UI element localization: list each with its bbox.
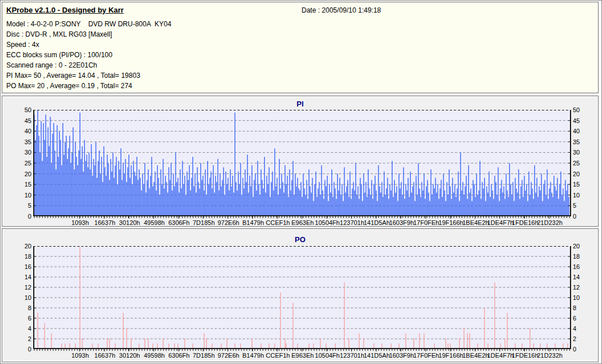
x-axis-tick-label: CCEF1h bbox=[266, 219, 290, 226]
x-axis-tick-label: 1FDE16h bbox=[512, 352, 538, 359]
y-axis-tick-label: 6 bbox=[28, 315, 31, 322]
po-y-axis-right: 02468101214161820 bbox=[571, 246, 598, 349]
po-y-axis-left: 02468101214161820 bbox=[2, 246, 33, 349]
y-axis-tick-label: 8 bbox=[28, 304, 31, 311]
y-axis-tick-label: 0 bbox=[573, 213, 576, 220]
y-axis-tick-label: 5 bbox=[573, 202, 576, 209]
y-axis-tick-label: 0 bbox=[28, 213, 31, 220]
y-axis-tick-label: 30 bbox=[573, 149, 580, 156]
x-axis-tick-label: 49598h bbox=[144, 219, 165, 226]
x-axis-tick-label: B1479h bbox=[242, 352, 264, 359]
y-axis-tick-label: 45 bbox=[573, 117, 580, 124]
x-axis-tick-label: 972E6h bbox=[217, 352, 239, 359]
y-axis-tick-label: 15 bbox=[25, 181, 31, 188]
app-title: KProbe v2.1.0 - Designed by Karr bbox=[6, 6, 124, 14]
y-axis-tick-label: 25 bbox=[573, 160, 580, 167]
x-axis-tick-label: E963Eh bbox=[291, 352, 314, 359]
pi-x-axis-labels: 1093h16637h30120h49598h6306Fh7D185h972E6… bbox=[34, 219, 572, 227]
info-line: Disc : DVD-R , MXL RG03 [Maxell] bbox=[6, 29, 171, 39]
x-axis-tick-label: 10504Fh bbox=[315, 352, 339, 359]
x-axis-tick-label: 17F0FEh bbox=[413, 352, 439, 359]
y-axis-tick-label: 4 bbox=[573, 325, 576, 332]
x-axis-tick-label: CCEF1h bbox=[266, 352, 290, 359]
y-axis-tick-label: 14 bbox=[25, 274, 31, 280]
y-axis-tick-label: 0 bbox=[573, 346, 576, 353]
info-line: Model : 4-0-2-0 P:SONY DVD RW DRU-800A K… bbox=[6, 19, 171, 29]
y-axis-tick-label: 35 bbox=[573, 139, 580, 145]
x-axis-tick-label: 1603F9h bbox=[389, 219, 414, 226]
y-axis-tick-label: 40 bbox=[25, 128, 31, 134]
y-axis-tick-label: 40 bbox=[573, 128, 580, 134]
y-axis-tick-label: 20 bbox=[573, 171, 580, 177]
x-axis-tick-label: B1479h bbox=[242, 219, 264, 226]
x-axis-tick-label: 21D232h bbox=[537, 352, 563, 359]
x-axis-tick-label: 21D232h bbox=[537, 219, 563, 226]
pi-y-axis-left: 05101520253035404550 bbox=[2, 110, 33, 216]
x-axis-tick-label: 1DE4F7h bbox=[487, 352, 513, 359]
y-axis-tick-label: 18 bbox=[25, 253, 31, 260]
x-axis-tick-label: 1DE4F7h bbox=[487, 219, 513, 226]
x-axis-tick-label: 1BE4E2h bbox=[462, 219, 489, 226]
pi-y-axis-right: 05101520253035404550 bbox=[571, 110, 598, 216]
x-axis-tick-label: E963Eh bbox=[291, 219, 314, 226]
y-axis-tick-label: 20 bbox=[573, 243, 580, 250]
y-axis-tick-label: 16 bbox=[25, 263, 31, 270]
y-axis-tick-label: 2 bbox=[28, 335, 31, 342]
y-axis-tick-label: 8 bbox=[573, 304, 576, 311]
x-axis-tick-label: 123701h bbox=[340, 219, 365, 226]
y-axis-tick-label: 18 bbox=[573, 253, 580, 260]
info-line: ECC blocks sum (PI/PO) : 100/100 bbox=[6, 50, 171, 60]
y-axis-tick-label: 25 bbox=[25, 160, 31, 167]
app-window: KProbe v2.1.0 - Designed by Karr Date : … bbox=[0, 0, 602, 364]
po-x-axis-labels: 1093h16637h30120h49598h6306Fh7D185h972E6… bbox=[34, 352, 572, 360]
y-axis-tick-label: 30 bbox=[25, 149, 31, 156]
y-axis-tick-label: 5 bbox=[28, 202, 31, 209]
y-axis-tick-label: 45 bbox=[25, 117, 31, 124]
scan-info-panel: KProbe v2.1.0 - Designed by Karr Date : … bbox=[2, 2, 599, 93]
y-axis-tick-label: 20 bbox=[25, 243, 31, 250]
x-axis-tick-label: 19F166h bbox=[438, 219, 463, 226]
x-axis-tick-label: 17F0FEh bbox=[413, 219, 439, 226]
x-axis-tick-label: 16637h bbox=[94, 219, 116, 226]
y-axis-tick-label: 4 bbox=[28, 325, 31, 332]
x-axis-tick-label: 1093h bbox=[72, 352, 89, 359]
y-axis-tick-label: 0 bbox=[28, 346, 31, 353]
y-axis-tick-label: 15 bbox=[573, 181, 580, 188]
info-line: Speed : 4x bbox=[6, 39, 171, 50]
y-axis-tick-label: 16 bbox=[573, 263, 580, 270]
scan-info-lines: Model : 4-0-2-0 P:SONY DVD RW DRU-800A K… bbox=[6, 19, 171, 91]
y-axis-tick-label: 10 bbox=[25, 294, 31, 301]
y-axis-tick-label: 10 bbox=[573, 294, 580, 301]
y-axis-tick-label: 2 bbox=[573, 335, 576, 342]
x-axis-tick-label: 30120h bbox=[119, 219, 140, 226]
x-axis-tick-label: 123701h bbox=[340, 352, 365, 359]
y-axis-tick-label: 12 bbox=[573, 284, 580, 291]
x-axis-tick-label: 141D5Ah bbox=[363, 352, 390, 359]
po-plot bbox=[33, 246, 571, 352]
info-line: PI Max= 50 , Average= 14.04 , Total= 198… bbox=[6, 70, 171, 81]
x-axis-tick-label: 19F166h bbox=[438, 352, 463, 359]
pi-plot bbox=[33, 110, 571, 219]
x-axis-tick-label: 49598h bbox=[144, 352, 165, 359]
x-axis-tick-label: 1603F9h bbox=[389, 352, 414, 359]
x-axis-tick-label: 1FDE16h bbox=[512, 219, 538, 226]
y-axis-tick-label: 6 bbox=[573, 315, 576, 322]
po-chart-panel: PO 02468101214161820 02468101214161820 1… bbox=[2, 228, 599, 362]
x-axis-tick-label: 10504Fh bbox=[315, 219, 339, 226]
x-axis-tick-label: 30120h bbox=[119, 352, 140, 359]
y-axis-tick-label: 20 bbox=[25, 171, 31, 177]
y-axis-tick-label: 35 bbox=[25, 139, 31, 145]
x-axis-tick-label: 1093h bbox=[72, 219, 89, 226]
x-axis-tick-label: 972E6h bbox=[217, 219, 239, 226]
x-axis-tick-label: 1BE4E2h bbox=[462, 352, 489, 359]
y-axis-tick-label: 50 bbox=[573, 106, 580, 113]
y-axis-tick-label: 50 bbox=[25, 106, 31, 113]
po-chart-title: PO bbox=[2, 229, 598, 246]
x-axis-tick-label: 6306Fh bbox=[168, 352, 189, 359]
pi-chart-title: PI bbox=[2, 96, 598, 110]
x-axis-tick-label: 16637h bbox=[94, 352, 116, 359]
y-axis-tick-label: 10 bbox=[25, 192, 31, 199]
scan-date: Date : 2005/09/10 1:49:18 bbox=[302, 6, 381, 14]
info-line: Scanned range : 0 - 22E01Ch bbox=[6, 60, 171, 70]
y-axis-tick-label: 14 bbox=[573, 274, 580, 280]
